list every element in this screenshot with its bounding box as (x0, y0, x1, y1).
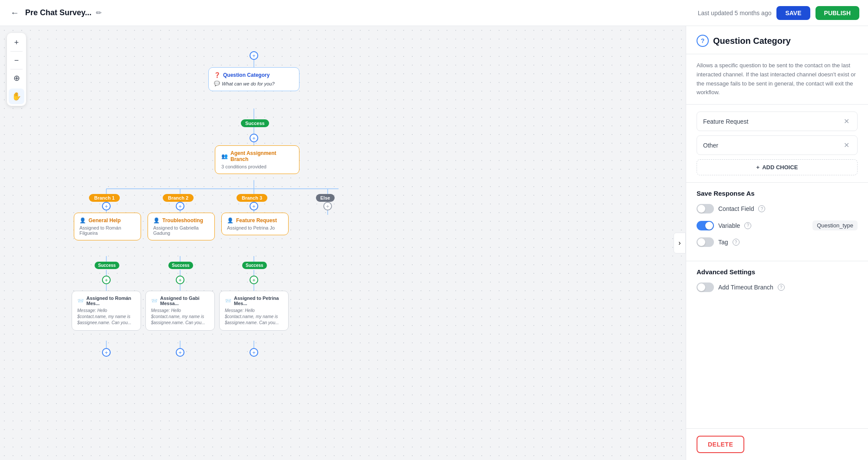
save-response-section: Save Response As Contact Field ? Variabl… (686, 182, 868, 261)
contact-field-help-icon[interactable]: ? (758, 205, 765, 212)
remove-choice-2-button[interactable]: ✕ (842, 140, 851, 150)
save-button[interactable]: SAVE (776, 6, 810, 20)
panel-header: ? Question Category (686, 26, 868, 54)
assign-header-2: 👤 Troubleshooting (153, 217, 209, 223)
question-category-node[interactable]: ❓ Question Category 💬 What can we do for… (208, 67, 299, 91)
person-icon-1: 👤 (79, 217, 86, 223)
assign-body-1: Assigned to Román Filgueira (79, 225, 135, 236)
agent-assignment-branch-node[interactable]: 👥 Agent Assignment Branch 3 conditions p… (215, 145, 299, 174)
publish-button[interactable]: PUBLISH (815, 6, 859, 20)
timeout-toggle[interactable] (697, 283, 714, 292)
zoom-divider (10, 51, 23, 52)
tag-toggle[interactable] (697, 237, 714, 247)
message-node-1[interactable]: 📨 Assigned to Román Mes... Message: Hell… (72, 291, 141, 331)
page-title: Pre Chat Survey... (25, 8, 92, 17)
tag-row: Tag ? (697, 237, 858, 247)
edit-icon[interactable]: ✏ (96, 9, 102, 17)
message-node-2[interactable]: 📨 Assigned to Gabi Messa... Message: Hel… (145, 291, 215, 331)
timeout-row: Add Timeout Branch ? (697, 283, 858, 292)
panel-title: Question Category (713, 36, 791, 46)
branch-3-plus[interactable]: + (250, 202, 258, 210)
message-node-3[interactable]: 📨 Assigned to Petrina Mes... Message: He… (219, 291, 289, 331)
branch-icon: 👥 (221, 153, 228, 159)
advanced-settings-title: Advanced Settings (697, 268, 858, 276)
green-plus-2[interactable]: + (176, 276, 184, 284)
add-choice-button[interactable]: + ADD CHOICE (697, 159, 858, 175)
timeout-label: Add Timeout Branch (718, 284, 773, 291)
assign-header-1: 👤 General Help (79, 217, 135, 223)
branch-3-badge: Branch 3 (237, 194, 267, 202)
zoom-controls: + − ⊕ ✋ (7, 33, 26, 106)
main-layout: › + − ⊕ ✋ (0, 26, 868, 460)
canvas[interactable]: › + − ⊕ ✋ (0, 26, 686, 460)
variable-help-icon[interactable]: ? (744, 222, 751, 229)
assign-body-2: Assigned to Gabriella Gadung (153, 225, 209, 236)
feature-request-node[interactable]: 👤 Feature Request Assigned to Petrina Jo (221, 213, 289, 235)
panel-description: Allows a specific question to be sent to… (686, 54, 868, 105)
back-button[interactable]: ← (9, 6, 21, 20)
success-badge-2: Success (168, 262, 193, 269)
branch-2-badge: Branch 2 (163, 194, 194, 202)
message-header-1: 📨 Assigned to Román Mes... (77, 296, 135, 306)
panel-help-icon: ? (697, 35, 709, 47)
variable-label: Variable (718, 222, 740, 229)
plus-after-success[interactable]: + (250, 134, 258, 142)
contact-field-row: Contact Field ? (697, 204, 858, 214)
branch-node-header: 👥 Agent Assignment Branch (221, 150, 293, 162)
sidebar-toggle[interactable]: › (674, 233, 686, 253)
zoom-out-button[interactable]: − (9, 53, 24, 68)
choice-item-2: Other ✕ (697, 135, 858, 155)
branch-node-body: 3 conditions provided (221, 164, 293, 169)
green-plus-3[interactable]: + (250, 276, 258, 284)
delete-section: DELETE (686, 428, 868, 460)
node-body: 💬 What can we do for you? (214, 81, 294, 86)
choice-item-1: Feature Request ✕ (697, 112, 858, 131)
bottom-plus-2[interactable]: + (176, 348, 184, 357)
variable-toggle[interactable] (697, 221, 714, 230)
variable-row: Variable ? Question_type (697, 220, 858, 230)
general-help-node[interactable]: 👤 General Help Assigned to Román Filguei… (74, 213, 141, 240)
choice-text-1: Feature Request (703, 118, 748, 125)
delete-button[interactable]: DELETE (697, 436, 744, 453)
send-icon-2: 📨 (151, 298, 158, 304)
branch-1-plus[interactable]: + (102, 202, 111, 210)
troubleshooting-node[interactable]: 👤 Troubleshooting Assigned to Gabriella … (148, 213, 215, 240)
contact-field-toggle[interactable] (697, 204, 714, 214)
success-badge-1: Success (95, 262, 119, 269)
last-updated-text: Last updated 5 months ago (698, 10, 772, 16)
person-icon-3: 👤 (227, 217, 233, 223)
hand-tool-button[interactable]: ✋ (9, 89, 24, 104)
message-header-2: 📨 Assigned to Gabi Messa... (151, 296, 209, 306)
bottom-plus-1[interactable]: + (102, 348, 111, 357)
zoom-in-button[interactable]: + (9, 35, 24, 50)
message-body-2: Message: Hello $contact.name, my name is… (151, 308, 209, 326)
contact-field-label: Contact Field (718, 205, 754, 212)
timeout-help-icon[interactable]: ? (778, 284, 785, 291)
green-plus-1[interactable]: + (102, 276, 111, 284)
zoom-divider-2 (10, 69, 23, 69)
success-badge-top: Success (241, 119, 269, 127)
node-header: ❓ Question Category (214, 72, 294, 78)
right-panel: ? Question Category Allows a specific qu… (686, 26, 868, 460)
assign-body-3: Assigned to Petrina Jo (227, 225, 283, 230)
assign-header-3: 👤 Feature Request (227, 217, 283, 223)
choices-section: Feature Request ✕ Other ✕ + ADD CHOICE (686, 105, 868, 182)
message-body-1: Message: Hello $contact.name, my name is… (77, 308, 135, 326)
else-badge: Else (316, 194, 335, 202)
else-plus[interactable]: + (323, 202, 332, 210)
center-button[interactable]: ⊕ (9, 70, 24, 86)
branch-2-plus[interactable]: + (176, 202, 184, 210)
plus-icon: + (756, 164, 760, 171)
message-icon: 💬 (214, 81, 220, 86)
message-header-3: 📨 Assigned to Petrina Mes... (225, 296, 283, 306)
tag-help-icon[interactable]: ? (733, 239, 740, 246)
add-choice-label: ADD CHOICE (762, 164, 798, 171)
message-body-3: Message: Hello $contact.name, my name is… (225, 308, 283, 326)
top-connector[interactable]: + (250, 51, 258, 60)
person-icon-2: 👤 (153, 217, 160, 223)
remove-choice-1-button[interactable]: ✕ (842, 116, 851, 126)
bottom-plus-3[interactable]: + (250, 348, 258, 357)
choice-text-2: Other (703, 142, 718, 149)
advanced-settings-section: Advanced Settings Add Timeout Branch ? (686, 261, 868, 306)
send-icon-1: 📨 (77, 298, 84, 304)
